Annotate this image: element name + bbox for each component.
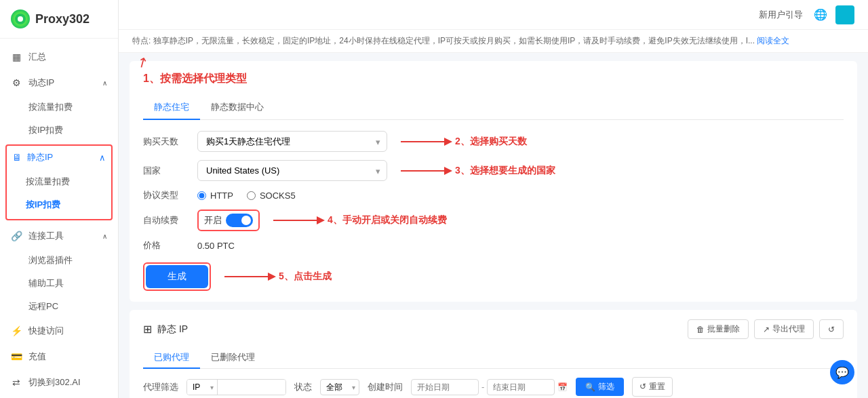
refresh-button[interactable]: ↺ [819,319,844,339]
price-label: 价格 [143,239,197,252]
chevron-up-icon-3: ∧ [102,233,107,240]
annotation-step3-text: 3、选择想要生成的国家 [455,165,555,177]
sidebar-menu: ▦ 汇总 ⚙ 动态IP ∧ 按流量扣费 按IP扣费 🖥 静态IP ∧ 按流量扣费 [0,39,118,398]
sidebar-item-dynamic-ip[interactable]: ⚙ 动态IP ∧ [0,70,118,96]
arrow-step5-line [224,270,279,283]
svg-point-1 [18,16,23,22]
sidebar-label-helper-tools: 辅助工具 [28,277,64,290]
auto-renew-label: 自动续费 [143,214,197,226]
sidebar-item-recharge[interactable]: 💳 充值 [0,344,118,370]
status-select[interactable]: 全部 正常 过期 [320,379,359,395]
tab-static-datacenter[interactable]: 静态数据中心 [200,96,275,120]
sidebar-item-remote-pc[interactable]: 远程PC [0,295,118,318]
annotation-step5: 5、点击生成 [224,270,332,283]
sub-tab-deleted-label: 已删除代理 [211,352,255,362]
generate-button[interactable]: 生成 [146,265,208,288]
reset-btn-label: 重置 [649,382,665,391]
new-user-guide-link[interactable]: 新用户引导 [759,9,803,21]
country-select[interactable]: United States (US) United Kingdom (UK) G… [197,160,387,181]
country-label: 国家 [143,165,197,177]
auto-renew-toggle-switch[interactable] [226,214,253,227]
export-proxy-button[interactable]: ↗ 导出代理 [754,319,814,339]
protocol-http-radio[interactable] [197,191,206,200]
sidebar-item-static-ip-fee[interactable]: 按IP扣费 [7,193,111,216]
sidebar-item-dynamic-ip-fee[interactable]: 按IP扣费 [0,119,118,142]
protocol-http[interactable]: HTTP [197,191,233,201]
protocol-label: 协议类型 [143,189,197,201]
recharge-icon: 💳 [11,351,22,362]
proxy-filter-input[interactable] [218,380,285,395]
date-separator: - [481,382,484,392]
end-date-input[interactable] [487,379,555,395]
list-title: ⊞ 静态 IP [143,323,188,336]
protocol-socks5[interactable]: SOCKS5 [247,191,296,201]
sub-tab-purchased[interactable]: 已购代理 [143,347,200,369]
annotation-step4-text: 4、手动开启或关闭自动续费 [328,214,447,226]
logo-icon [11,9,30,28]
days-select[interactable]: 购买1天静态住宅代理 购买7天静态住宅代理 购买30天静态住宅代理 [197,131,387,152]
topbar: 新用户引导 🌐 [119,0,868,30]
sidebar-label-quick-access: 快捷访问 [28,325,64,337]
batch-delete-button[interactable]: 🗑 批量删除 [688,319,749,339]
sidebar-item-static-ip[interactable]: 🖥 静态IP ∧ [7,146,111,169]
search-icon: 🔍 [585,382,595,392]
batch-delete-label: 批量删除 [707,323,740,335]
filter-button[interactable]: 🔍 筛选 [576,378,624,396]
sidebar-item-api-v2[interactable]: 📡 API V2 ∨ ≡ [0,395,118,398]
sidebar-item-quick-access[interactable]: ⚡ 快捷访问 [0,318,118,344]
section-title: 1、按需选择代理类型 [143,72,844,86]
start-date-input[interactable] [411,379,479,395]
content-area: 特点: 独享静态IP，无限流量，长效稳定，固定的IP地址，24小时保持在线稳定代… [119,30,868,398]
proxy-filter-input-group: IP [186,379,286,395]
sidebar-label-static-traffic: 按流量扣费 [26,176,70,188]
tab-static-residential-label: 静态住宅 [154,102,189,112]
price-value: 0.50 PTC [197,241,235,251]
proxy-type-select[interactable]: IP [187,380,218,395]
auto-renew-toggle-box: 开启 [197,210,260,231]
country-row: 国家 United States (US) United Kingdom (UK… [143,160,844,181]
sidebar-item-browser-plugin[interactable]: 浏览器插件 [0,249,118,272]
annotation-step2: 2、选择购买天数 [401,135,527,148]
sidebar: Proxy302 ▦ 汇总 ⚙ 动态IP ∧ 按流量扣费 按IP扣费 🖥 静态I… [0,0,119,398]
notice-read-more-link[interactable]: 阅读全文 [757,36,789,45]
list-section: ⊞ 静态 IP 🗑 批量删除 ↗ 导出代理 ↺ [130,310,857,398]
sub-tab-deleted[interactable]: 已删除代理 [200,347,266,369]
table-icon: ⊞ [143,323,152,336]
reset-button[interactable]: ↺ 重置 [632,377,672,397]
status-select-wrap: 全部 正常 过期 [320,379,359,395]
sidebar-label-switch: 切换到302.AI [28,376,81,389]
sidebar-item-helper-tools[interactable]: 辅助工具 [0,272,118,295]
sidebar-item-static-traffic[interactable]: 按流量扣费 [7,170,111,193]
annotation-step5-text: 5、点击生成 [279,271,332,283]
static-ip-sub-menu: 按流量扣费 按IP扣费 [7,169,111,219]
sidebar-label-connection-tools: 连接工具 [28,230,64,242]
sidebar-label-browser-plugin: 浏览器插件 [28,254,73,266]
lang-icon[interactable]: 🌐 [814,8,827,21]
protocol-socks5-label: SOCKS5 [260,191,296,201]
status-label: 状态 [294,381,312,393]
sidebar-item-switch[interactable]: ⇄ 切换到302.AI [0,370,118,395]
filter-btn-label: 筛选 [598,381,614,393]
dashboard-icon: ▦ [11,52,22,62]
sidebar-item-dashboard[interactable]: ▦ 汇总 [0,44,118,70]
sidebar-label-dynamic-traffic: 按流量扣费 [28,101,73,113]
tab-static-residential[interactable]: 静态住宅 [143,96,200,120]
sidebar-label-static-ip: 静态IP [27,151,53,163]
annotation-step3: 3、选择想要生成的国家 [401,164,555,178]
sidebar-item-dynamic-traffic[interactable]: 按流量扣费 [0,96,118,119]
user-avatar[interactable] [835,5,854,24]
sidebar-item-connection-tools[interactable]: 🔗 连接工具 ∧ [0,223,118,249]
chat-icon: 💬 [835,366,849,379]
dynamic-ip-icon: ⚙ [11,77,22,88]
proxy-type-select-wrap: IP [187,380,218,395]
protocol-socks5-radio[interactable] [247,191,256,200]
chevron-up-icon: ∧ [102,79,107,87]
create-time-label: 创建时间 [368,381,403,393]
chat-button[interactable]: 💬 [830,360,854,384]
proxy-filter-label: 代理筛选 [143,381,178,393]
sidebar-label-dynamic-ip-fee: 按IP扣费 [28,124,63,136]
days-label: 购买天数 [143,136,197,148]
arrow-step2-line [401,135,455,148]
list-header: ⊞ 静态 IP 🗑 批量删除 ↗ 导出代理 ↺ [143,319,844,339]
notice-text: 特点: 独享静态IP，无限流量，长效稳定，固定的IP地址，24小时保持在线稳定代… [132,36,755,45]
